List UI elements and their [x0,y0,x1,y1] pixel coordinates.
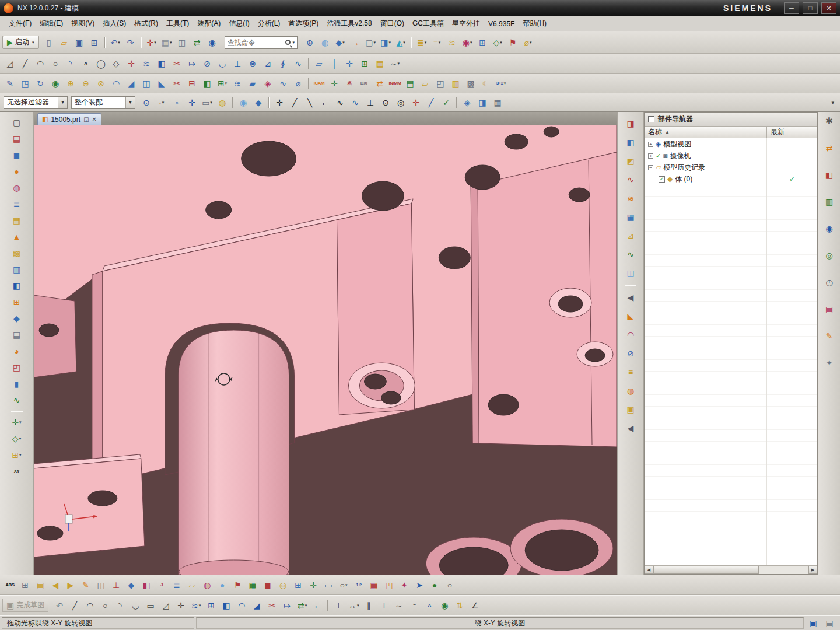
maximize-button[interactable]: □ [803,2,818,14]
quick-extend-icon[interactable]: ↦ [280,598,294,612]
save-as-icon[interactable]: ⊞ [88,36,102,50]
datum-plane-icon[interactable]: ▱ [312,57,326,71]
menu-item-11[interactable]: 窗口(O) [376,16,408,31]
dropdown-caret-icon[interactable]: ▾ [19,436,22,441]
draft-check-icon[interactable]: ◣ [624,309,638,323]
thicken-icon[interactable]: ▰ [246,76,260,90]
menu-item-4[interactable]: 格式(R) [130,16,162,31]
collapse-icon[interactable]: − [648,165,653,170]
expand-icon[interactable]: + [648,153,653,159]
polygon-icon[interactable]: ◇ [109,57,123,71]
collapse-panel-2-icon[interactable]: ◀ [624,421,638,435]
dropdown-caret-icon[interactable]: ▾ [342,40,345,45]
section-curve-icon[interactable]: ⊿ [261,57,275,71]
name-label-icon[interactable]: 名 [342,76,356,90]
dropdown-caret-icon[interactable]: ▾ [403,40,405,45]
dropdown-caret-icon[interactable]: ▾ [345,583,348,587]
minimize-button[interactable]: ─ [784,2,799,14]
section-view-icon[interactable]: ◭▾ [394,36,408,50]
cylinder-icon[interactable]: ▮ [10,377,24,391]
inch-mm-icon[interactable]: IN/MM [388,76,402,90]
note-tool-icon[interactable]: ▤ [33,578,47,592]
move-component-icon[interactable]: ✛▾ [10,415,24,429]
split-body-icon[interactable]: ⊟ [185,76,199,90]
face-shade-icon[interactable]: ◍ [624,384,638,398]
snap-spline-icon[interactable]: ∿ [348,96,362,110]
grid-display-icon[interactable]: ▦ [491,96,505,110]
gold-ring-icon[interactable]: ◎ [276,578,290,592]
menu-item-14[interactable]: V6.935F [484,18,519,30]
menu-item-1[interactable]: 编辑(E) [36,16,67,31]
edge-blend-icon[interactable]: ◠ [109,76,123,90]
sort-asc-icon[interactable]: ▲ [665,130,670,135]
save-icon[interactable]: ▣ [72,36,86,50]
target-scope-icon[interactable]: ◎ [822,249,836,262]
name-flag-icon[interactable]: ⚑ [506,36,520,50]
column-header-latest[interactable]: 最新 [767,127,817,138]
unite-icon[interactable]: ⊕ [64,76,78,90]
selection-filter-combo[interactable]: 无选择过滤器 ▾ [4,96,68,109]
tube-icon[interactable]: ⌀ [291,76,305,90]
system-tools-icon[interactable]: ✦ [822,356,836,370]
snap-check-icon[interactable]: ✓ [439,96,453,110]
swept-icon[interactable]: ∿ [276,76,290,90]
sketch-pencil-icon[interactable]: ✎ [79,578,93,592]
menu-pointer-icon[interactable]: ▢ [10,116,24,130]
snap-center-icon[interactable]: ⊙ [379,96,393,110]
annotation-pencil-icon[interactable]: ✎ [822,329,836,343]
gear-icon[interactable]: ✱ [825,116,833,127]
envelope-icon[interactable]: ▱ [185,578,199,592]
datum-axis-icon[interactable]: ┼ [327,57,341,71]
stretch-icon[interactable]: ⇄▾ [295,598,309,612]
trim-body-icon[interactable]: ✂ [170,76,184,90]
rotate-component-icon[interactable]: ◇▾ [10,432,24,446]
lasso-select-icon[interactable]: ▭▾ [200,96,214,110]
orange-frame-icon[interactable]: ◰ [382,578,396,592]
sketch-line-icon[interactable]: ╱ [68,598,82,612]
sketch-pattern-icon[interactable]: ⊞ [204,598,218,612]
menu-item-13[interactable]: 星空外挂 [448,16,484,31]
constraint-icon[interactable]: ⊥ [331,598,345,612]
dot-grid-icon[interactable]: ▩ [10,246,24,260]
blue-sphere-icon[interactable]: ● [215,578,229,592]
dropdown-caret-icon[interactable]: ▾ [210,100,212,105]
snap-mid-icon[interactable]: ◦ [170,96,184,110]
snap-grid-tool-icon[interactable]: ⊞▾ [10,448,24,462]
ellipse-icon[interactable]: ◯ [94,57,108,71]
extrude-icon[interactable]: ◳ [18,76,32,90]
intersect-curve-icon[interactable]: ⊗ [246,57,260,71]
display-mode-icon[interactable]: ▢▾ [363,36,377,50]
trim-curve-icon[interactable]: ✂ [170,57,184,71]
shaded-cube-icon[interactable]: ◆ [251,96,265,110]
helix-icon[interactable]: ∮ [276,57,290,71]
undo-sketch-icon[interactable]: ↶ [52,598,66,612]
dropdown-caret-icon[interactable]: ▾ [199,603,201,608]
parallel-icon[interactable]: ∥ [362,598,376,612]
mirror-tool-icon[interactable]: ◧ [10,279,24,293]
open-file-icon[interactable]: ▱ [57,36,71,50]
menu-item-5[interactable]: 工具(T) [162,16,193,31]
layer-settings-icon[interactable]: ≣▾ [415,36,429,50]
horizontal-scrollbar[interactable]: ◀ ▶ [645,565,817,574]
bridge-curve-icon[interactable]: ◡ [215,57,229,71]
diamond-cube-icon[interactable]: ◆ [10,312,24,326]
snap-tangent-icon[interactable]: ╱ [424,96,438,110]
snap-line-icon[interactable]: ╱ [288,96,302,110]
rect-tool-icon[interactable]: ▭ [321,578,335,592]
toolbar-options-caret[interactable]: ▾ [831,100,836,106]
scrollbar-track[interactable] [653,566,808,574]
calculator-icon[interactable]: ▩ [464,76,478,90]
dropdown-caret-icon[interactable]: ▾ [118,40,120,45]
iso-cube-icon[interactable]: ◆ [124,578,138,592]
subtract-icon[interactable]: ⊖ [79,76,93,90]
layer-stack-icon[interactable]: ≣ [10,197,24,211]
sketch-circle-icon[interactable]: ○ [98,598,112,612]
spline-icon[interactable]: ∿ [291,57,305,71]
abs-datum-icon[interactable]: ABS [3,578,17,592]
mirror-curve-icon[interactable]: ◧ [155,57,169,71]
tangent-icon[interactable]: ∼ [392,598,406,612]
menu-item-15[interactable]: 帮助(H) [519,16,551,31]
perpendicular-icon[interactable]: ⊥ [377,598,391,612]
quick-trim-icon[interactable]: ✂ [265,598,279,612]
curvature-comb-icon[interactable]: ◠ [624,328,638,342]
